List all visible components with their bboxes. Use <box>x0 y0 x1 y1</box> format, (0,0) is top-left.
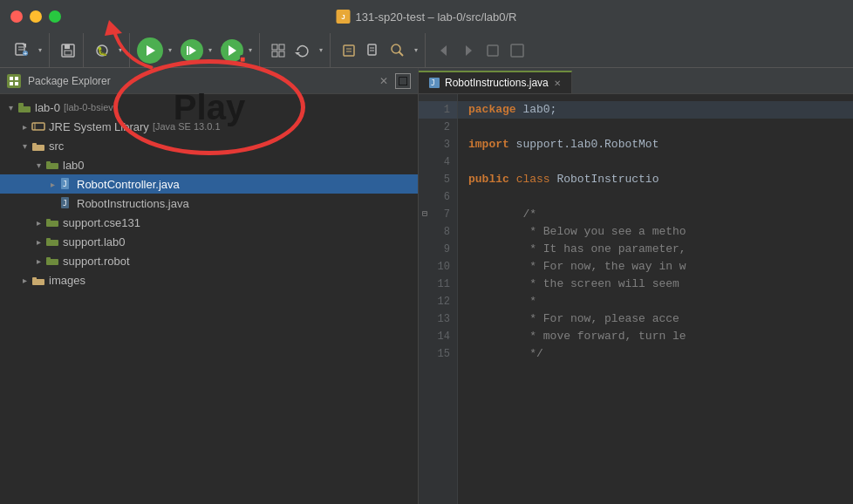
run-button[interactable] <box>137 37 163 64</box>
tree-item-support-lab0[interactable]: support.lab0 <box>0 232 418 251</box>
debug-dropdown[interactable]: ▾ <box>115 39 126 62</box>
open-task-button[interactable] <box>338 39 360 62</box>
svg-text:🐛: 🐛 <box>97 45 108 57</box>
code-editor: 1 2 3 4 5 6 ⊟ 7 8 9 10 11 12 13 14 15 <box>419 94 853 504</box>
toolbar-group-play: ▾ ▾ ▾ <box>133 33 260 67</box>
tree-item-lab0-project[interactable]: lab-0 [lab-0-bsiev <box>0 98 418 117</box>
open-file-button[interactable] <box>362 39 385 62</box>
refresh-button[interactable] <box>291 39 314 62</box>
run-coverage-dropdown[interactable]: ▾ <box>205 39 215 62</box>
line-num-8: 8 <box>419 223 457 241</box>
tree-item-jre[interactable]: JRE System Library [Java SE 13.0.1 <box>0 117 418 136</box>
search-dropdown[interactable]: ▾ <box>411 39 421 62</box>
svg-rect-16 <box>272 51 277 57</box>
line-num-12: 12 <box>419 293 457 310</box>
refresh-dropdown[interactable]: ▾ <box>316 39 326 62</box>
svg-rect-7 <box>65 44 70 49</box>
line-num-10: 10 <box>419 258 457 276</box>
run-dropdown[interactable]: ▾ <box>165 39 175 62</box>
history-button[interactable] <box>481 39 504 62</box>
tree-arrow-lab0[interactable] <box>3 100 17 114</box>
line-num-6: 6 <box>419 188 457 206</box>
run-ext-button[interactable] <box>221 39 243 62</box>
toolbar: + ▾ 🐛 ▾ ▾ ▾ ▾ ▾ <box>0 33 853 68</box>
explorer-close-button[interactable]: ✕ <box>376 73 392 89</box>
tree-label-rc: RobotController.java <box>77 178 180 191</box>
tree-arrow-rc[interactable] <box>45 177 59 191</box>
tree-item-support-robot[interactable]: support.robot <box>0 251 418 270</box>
svg-text:J: J <box>431 79 435 87</box>
tree-label-jre: JRE System Library <box>49 120 149 133</box>
forward-button[interactable] <box>457 39 480 62</box>
src-folder-icon <box>31 139 45 153</box>
svg-rect-17 <box>279 51 284 57</box>
tree-item-robot-controller[interactable]: J RobotController.java <box>0 174 418 194</box>
editor-tabs: J RobotInstructions.java ✕ <box>419 68 853 94</box>
svg-marker-11 <box>189 46 196 55</box>
line-num-5: 5 <box>419 171 457 188</box>
tab-label: RobotInstructions.java <box>445 77 549 89</box>
close-button[interactable] <box>10 10 23 23</box>
svg-rect-31 <box>10 77 13 80</box>
code-line-12: * <box>458 293 853 310</box>
line-num-4: 4 <box>419 153 457 171</box>
title-bar: J 131-sp20-test – lab-0/src/lab0/R <box>0 0 853 33</box>
svg-marker-13 <box>229 45 236 56</box>
svg-rect-14 <box>272 44 277 50</box>
tab-close-button[interactable]: ✕ <box>554 78 561 88</box>
save-button[interactable] <box>57 39 79 62</box>
tree-arrow-jre[interactable] <box>17 119 31 133</box>
svg-rect-32 <box>15 77 18 80</box>
search-text-button[interactable] <box>386 39 409 62</box>
tree-label-images: images <box>49 274 85 287</box>
debug-button[interactable]: 🐛 <box>91 39 113 62</box>
tree-arrow-srobot[interactable] <box>31 254 45 268</box>
tree-label-lab0: lab-0 <box>35 101 60 114</box>
code-line-13: * For now, please acce <box>458 310 853 328</box>
tree-item-src[interactable]: src <box>0 136 418 155</box>
explorer-maximize-button[interactable]: □ <box>395 73 411 89</box>
pkg-icon-slab0 <box>45 235 59 249</box>
run-ext-dropdown[interactable]: ▾ <box>245 39 256 62</box>
package-tree: lab-0 [lab-0-bsiev JRE System Library [J… <box>0 94 418 504</box>
run-coverage-button[interactable] <box>181 39 203 62</box>
svg-rect-52 <box>46 259 58 265</box>
code-line-10: * For now, the way in w <box>458 258 853 276</box>
tree-label-lab0-pkg: lab0 <box>63 159 85 172</box>
code-line-9: * It has one parameter, <box>458 241 853 258</box>
tree-item-lab0-pkg[interactable]: lab0 <box>0 155 418 174</box>
new-dropdown[interactable]: ▾ <box>35 39 45 62</box>
fold-icon-7[interactable]: ⊟ <box>422 206 427 223</box>
tree-arrow-src[interactable] <box>17 139 31 153</box>
line-num-13: 13 <box>419 310 457 328</box>
code-content[interactable]: package lab0; import support.lab0.RobotM… <box>458 94 853 504</box>
tree-arrow-slab0[interactable] <box>31 235 45 249</box>
tree-item-robot-instructions[interactable]: J RobotInstructions.java <box>0 194 418 213</box>
pkg-icon-cse131 <box>45 215 59 229</box>
svg-rect-30 <box>511 44 523 57</box>
code-line-1: package lab0; <box>458 101 853 119</box>
tree-item-images[interactable]: images <box>0 270 418 289</box>
toolbar-group-new: + ▾ <box>7 33 50 67</box>
svg-line-26 <box>399 51 404 56</box>
tree-arrow-lab0-pkg[interactable] <box>31 158 45 172</box>
perspective-button[interactable] <box>506 39 529 62</box>
tree-arrow-cse131[interactable] <box>31 215 45 229</box>
grid-button[interactable] <box>267 39 290 62</box>
svg-rect-48 <box>46 221 58 227</box>
svg-rect-22 <box>368 44 376 55</box>
minimize-button[interactable] <box>30 10 42 23</box>
tree-label-cse131: support.cse131 <box>63 216 140 229</box>
back-button[interactable] <box>433 39 455 62</box>
tree-item-support-cse131[interactable]: support.cse131 <box>0 213 418 232</box>
panel-header-explorer: Package Explorer ✕ □ <box>0 68 418 94</box>
traffic-lights <box>10 10 61 23</box>
svg-rect-40 <box>32 145 44 151</box>
tree-arrow-images[interactable] <box>17 273 31 287</box>
editor-tab-robot-instructions[interactable]: J RobotInstructions.java ✕ <box>419 71 572 93</box>
explorer-title: Package Explorer <box>28 75 369 87</box>
new-button[interactable]: + <box>10 39 33 62</box>
maximize-button[interactable] <box>49 10 61 23</box>
explorer-icon <box>7 74 21 88</box>
code-line-3: import support.lab0.RobotMot <box>458 136 853 153</box>
